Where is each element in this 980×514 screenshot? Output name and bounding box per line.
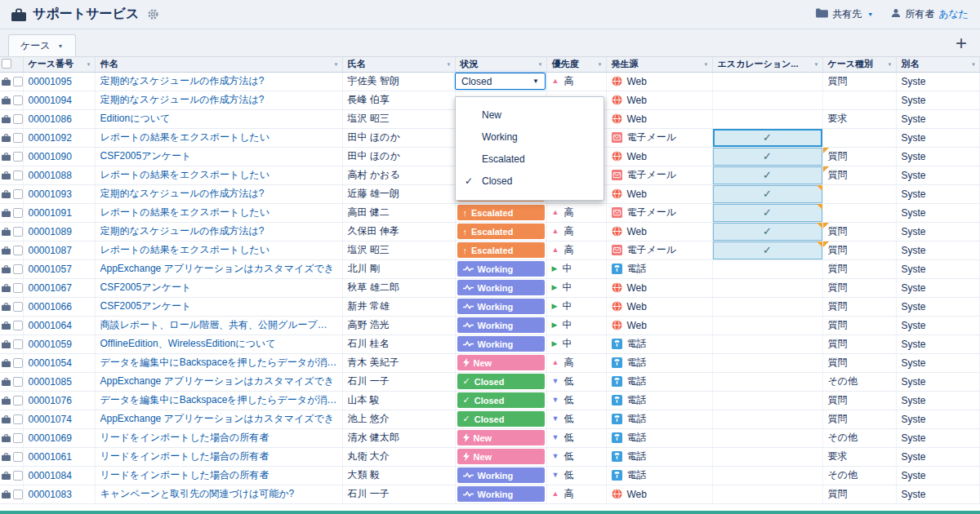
case-type-cell[interactable]: [822, 203, 896, 222]
row-checkbox[interactable]: [13, 471, 23, 481]
contact-name-cell[interactable]: 大類 毅: [342, 466, 455, 485]
contact-name-cell[interactable]: 宇佐美 智朗: [342, 72, 455, 91]
table-row[interactable]: 00001061リードをインポートした場合の所有者丸衛 大介New▼低電話要求S…: [0, 447, 980, 466]
filter-caret-icon[interactable]: ▼: [334, 62, 339, 67]
escalation-cell[interactable]: [712, 466, 822, 485]
status-badge[interactable]: Working: [457, 261, 545, 277]
row-checkbox[interactable]: [13, 114, 23, 124]
origin-cell[interactable]: 電話: [606, 410, 712, 428]
status-badge[interactable]: Working: [457, 336, 545, 352]
status-option-escalated[interactable]: Escalated: [456, 148, 604, 171]
contact-name-cell[interactable]: 新井 常雄: [342, 297, 455, 316]
subject-link[interactable]: AppExchange アプリケーションはカスタマイズでき: [95, 372, 342, 391]
gear-icon[interactable]: [147, 8, 159, 20]
subject-link[interactable]: レポートの結果をエクスポートしたい: [95, 241, 342, 259]
case-number-link[interactable]: 00001087: [23, 241, 95, 259]
filter-caret-icon[interactable]: ▼: [888, 62, 893, 67]
column-header-6[interactable]: エスカレーション...▼: [712, 57, 822, 72]
alias-cell[interactable]: Syste: [896, 391, 980, 410]
case-type-cell[interactable]: [822, 184, 896, 203]
case-type-cell[interactable]: [822, 128, 896, 147]
case-number-link[interactable]: 00001091: [23, 203, 95, 222]
case-type-cell[interactable]: 質問: [822, 241, 896, 259]
case-number-link[interactable]: 00001085: [23, 372, 95, 391]
table-row[interactable]: 00001069リードをインポートした場合の所有者清水 健太郎New▼低電話その…: [0, 428, 980, 447]
escalation-cell[interactable]: [712, 353, 822, 372]
alias-cell[interactable]: Syste: [896, 353, 980, 372]
status-badge[interactable]: ✓Closed: [457, 392, 545, 408]
row-checkbox[interactable]: [13, 452, 23, 462]
status-cell[interactable]: ✓Closed: [455, 391, 546, 410]
case-number-link[interactable]: 00001067: [23, 278, 95, 297]
table-row[interactable]: 00001059OfflineEdition、WirelessEditionにつ…: [0, 335, 980, 353]
origin-cell[interactable]: Web: [606, 222, 712, 241]
status-badge[interactable]: ↑Escalated: [457, 224, 545, 239]
row-checkbox[interactable]: [13, 377, 23, 387]
status-cell[interactable]: ✓Closed: [455, 372, 546, 391]
row-checkbox[interactable]: [13, 208, 23, 218]
row-checkbox[interactable]: [13, 77, 23, 86]
alias-cell[interactable]: Syste: [896, 72, 980, 91]
subject-link[interactable]: CSF2005アンケート: [95, 297, 342, 316]
status-cell[interactable]: Working: [455, 297, 546, 316]
priority-cell[interactable]: ▲高: [546, 72, 606, 91]
select-all-checkbox[interactable]: [2, 59, 11, 69]
case-number-link[interactable]: 00001086: [23, 109, 95, 128]
contact-name-cell[interactable]: 山本 駿: [342, 391, 455, 410]
status-cell[interactable]: New: [455, 353, 546, 372]
origin-cell[interactable]: Web: [606, 72, 712, 91]
case-type-cell[interactable]: 質問: [822, 316, 896, 335]
row-checkbox[interactable]: [13, 396, 23, 405]
subject-link[interactable]: AppExchange アプリケーションはカスタマイズでき: [95, 410, 342, 428]
table-row[interactable]: 00001083キャンペーンと取引先の関連づけは可能か?石川 一子Working…: [0, 485, 980, 503]
escalation-cell[interactable]: ✓: [712, 184, 822, 203]
escalation-cell[interactable]: ✓: [712, 241, 822, 259]
origin-cell[interactable]: 電話: [606, 391, 712, 410]
contact-name-cell[interactable]: 久保田 伸孝: [342, 222, 455, 241]
subject-link[interactable]: 商談レポート、ロール階層、共有、公開グループの設: [95, 316, 342, 335]
alias-cell[interactable]: Syste: [896, 316, 980, 335]
case-type-cell[interactable]: 質問: [822, 147, 896, 166]
filter-caret-icon[interactable]: ▼: [971, 62, 976, 67]
priority-cell[interactable]: ▲高: [546, 241, 606, 259]
case-number-link[interactable]: 00001089: [23, 222, 95, 241]
origin-cell[interactable]: 電話: [606, 447, 712, 466]
alias-cell[interactable]: Syste: [896, 485, 980, 503]
escalation-cell[interactable]: [712, 91, 822, 109]
row-checkbox[interactable]: [13, 283, 23, 293]
row-checkbox[interactable]: [13, 490, 23, 499]
origin-cell[interactable]: 電話: [606, 428, 712, 447]
escalation-cell[interactable]: [712, 410, 822, 428]
escalation-cell[interactable]: [712, 259, 822, 278]
alias-cell[interactable]: Syste: [896, 278, 980, 297]
case-number-link[interactable]: 00001094: [23, 91, 95, 109]
case-type-cell[interactable]: その他: [822, 372, 896, 391]
priority-cell[interactable]: ▼低: [546, 447, 606, 466]
alias-cell[interactable]: Syste: [896, 410, 980, 428]
escalation-cell[interactable]: ✓: [712, 128, 822, 147]
origin-cell[interactable]: Web: [606, 485, 712, 503]
contact-name-cell[interactable]: 石川 一子: [342, 485, 455, 503]
escalation-cell[interactable]: [712, 278, 822, 297]
priority-cell[interactable]: ▼低: [546, 466, 606, 485]
case-type-cell[interactable]: 質問: [822, 297, 896, 316]
escalation-cell[interactable]: [712, 335, 822, 353]
status-badge[interactable]: ✓Closed: [457, 411, 545, 427]
status-cell[interactable]: Working: [455, 316, 546, 335]
escalation-cell[interactable]: ✓: [712, 203, 822, 222]
contact-name-cell[interactable]: 石川 一子: [342, 372, 455, 391]
subject-link[interactable]: レポートの結果をエクスポートしたい: [95, 203, 342, 222]
escalation-cell[interactable]: [712, 109, 822, 128]
alias-cell[interactable]: Syste: [896, 91, 980, 109]
owner-menu[interactable]: 所有者 あなた: [891, 7, 969, 21]
contact-name-cell[interactable]: 秋草 雄二郎: [342, 278, 455, 297]
table-row[interactable]: 00001064商談レポート、ロール階層、共有、公開グループの設高野 浩光Wor…: [0, 316, 980, 335]
contact-name-cell[interactable]: 塩沢 昭三: [342, 109, 455, 128]
origin-cell[interactable]: Web: [606, 316, 712, 335]
status-cell[interactable]: Working: [455, 466, 546, 485]
status-option-new[interactable]: New: [456, 104, 604, 126]
status-cell[interactable]: Working: [455, 278, 546, 297]
row-checkbox[interactable]: [13, 152, 23, 162]
alias-cell[interactable]: Syste: [896, 184, 980, 203]
status-cell[interactable]: Working: [455, 335, 546, 353]
